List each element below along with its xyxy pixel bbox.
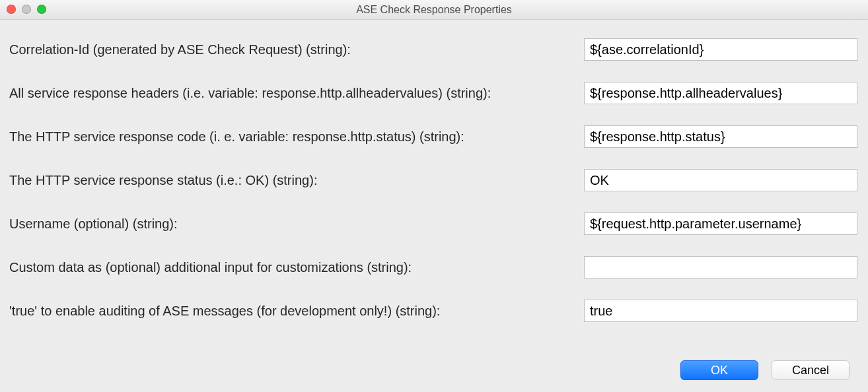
row-custom-data: Custom data as (optional) additional inp… — [9, 256, 859, 278]
close-icon[interactable] — [7, 5, 16, 14]
ok-button[interactable]: OK — [680, 360, 758, 380]
dialog-content: Correlation-Id (generated by ASE Check R… — [0, 20, 868, 392]
input-response-status[interactable] — [584, 169, 857, 191]
row-response-code: The HTTP service response code (i. e. va… — [9, 125, 859, 148]
label-auditing: 'true' to enable auditing of ASE message… — [9, 302, 584, 320]
form: Correlation-Id (generated by ASE Check R… — [9, 38, 859, 360]
label-correlation-id: Correlation-Id (generated by ASE Check R… — [9, 41, 584, 59]
input-auditing[interactable] — [584, 300, 857, 322]
input-response-headers[interactable] — [584, 82, 857, 104]
traffic-lights — [7, 5, 46, 14]
maximize-icon[interactable] — [37, 5, 46, 14]
label-response-code: The HTTP service response code (i. e. va… — [9, 128, 584, 146]
label-response-headers: All service response headers (i.e. varia… — [9, 84, 584, 102]
input-correlation-id[interactable] — [584, 38, 857, 61]
input-custom-data[interactable] — [584, 256, 857, 278]
label-custom-data: Custom data as (optional) additional inp… — [9, 259, 584, 277]
window-titlebar: ASE Check Response Properties — [0, 0, 868, 20]
label-username: Username (optional) (string): — [9, 215, 584, 233]
row-username: Username (optional) (string): — [9, 212, 859, 235]
input-response-code[interactable] — [584, 125, 857, 148]
input-username[interactable] — [584, 212, 857, 235]
cancel-button[interactable]: Cancel — [772, 360, 850, 380]
minimize-icon — [22, 5, 31, 14]
dialog-footer: OK Cancel — [9, 360, 859, 384]
window-title: ASE Check Response Properties — [356, 4, 512, 16]
label-response-status: The HTTP service response status (i.e.: … — [9, 172, 584, 189]
row-response-headers: All service response headers (i.e. varia… — [9, 82, 859, 104]
row-correlation-id: Correlation-Id (generated by ASE Check R… — [9, 38, 859, 61]
row-auditing: 'true' to enable auditing of ASE message… — [9, 300, 859, 322]
row-response-status: The HTTP service response status (i.e.: … — [9, 169, 859, 191]
